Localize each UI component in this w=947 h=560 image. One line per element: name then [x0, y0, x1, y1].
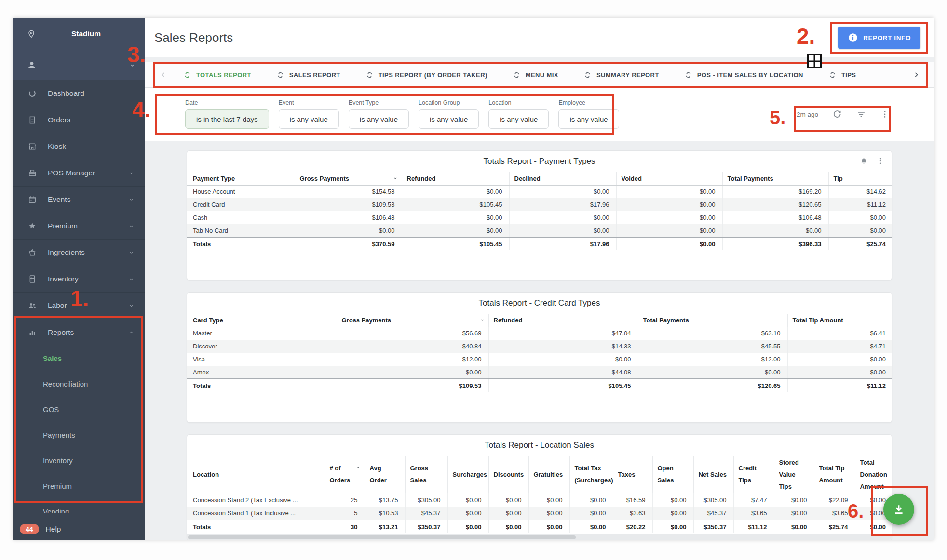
sidebar-item-sales[interactable]: Sales — [13, 346, 145, 371]
filter-funnel-icon[interactable] — [856, 109, 866, 120]
column-header[interactable]: Discounts — [488, 456, 528, 493]
filter-date: Date is in the last 7 days — [185, 99, 269, 141]
column-header[interactable]: Surcharges — [447, 456, 488, 493]
filter-location-value[interactable]: is any value — [488, 109, 549, 129]
column-header[interactable]: Gross Sales — [405, 456, 447, 493]
download-fab-button[interactable] — [883, 494, 914, 525]
sidebar-item-premium[interactable]: Premium — [13, 213, 145, 240]
report-card: Totals Report - Credit Card TypesCard Ty… — [187, 292, 892, 423]
sort-chevron-icon — [355, 464, 362, 471]
column-header[interactable]: Gratuities — [528, 456, 569, 493]
sidebar-item-dashboard[interactable]: Dashboard — [13, 80, 145, 107]
tabs-scroll-left-icon[interactable] — [159, 70, 168, 79]
column-header[interactable]: Total Tax (Surcharges) — [569, 456, 613, 493]
chevron-down-icon — [129, 62, 136, 69]
column-header[interactable]: Voided — [616, 172, 722, 185]
kebab-menu-icon[interactable] — [876, 157, 885, 165]
column-header[interactable]: Credit Tips — [733, 456, 774, 493]
column-header[interactable]: Taxes — [613, 456, 652, 493]
column-header[interactable]: Refunded — [402, 172, 509, 185]
sidebar-item-pos-manager[interactable]: POS Manager — [13, 160, 145, 187]
help-button[interactable]: 44 Help — [13, 518, 145, 540]
table-cell: $350.37 — [693, 520, 733, 533]
column-header[interactable]: Tip — [828, 172, 892, 185]
filter-employee-value[interactable]: is any value — [558, 109, 619, 129]
sidebar-nav: Dashboard Orders Kiosk POS Manager Event… — [13, 80, 145, 518]
table-cell: $13.75 — [365, 493, 405, 507]
column-header[interactable]: Stored Value Tips — [774, 456, 814, 493]
last-refresh-text: 2m ago — [797, 111, 818, 118]
column-header[interactable]: Payment Type — [187, 172, 295, 185]
column-header[interactable]: Gross Payments — [337, 314, 488, 327]
table-cell: $0.00 — [447, 493, 488, 507]
sidebar-item-labor[interactable]: Labor — [13, 293, 145, 319]
tab-sales-report[interactable]: SALES REPORT — [264, 62, 353, 87]
column-header[interactable]: Refunded — [488, 314, 638, 327]
column-header[interactable]: Total Payments — [722, 172, 828, 185]
column-header[interactable]: Card Type — [187, 314, 337, 327]
column-header[interactable]: Total Payments — [638, 314, 787, 327]
sidebar-item-ingredients[interactable]: Ingredients — [13, 240, 145, 266]
report-card: Totals Report - Payment TypesPayment Typ… — [187, 150, 892, 280]
tab-pos-item-sales-by-location[interactable]: POS - ITEM SALES BY LOCATION — [672, 62, 816, 87]
sidebar-item-premium-report[interactable]: Premium — [13, 473, 145, 499]
column-header[interactable]: Gross Payments — [295, 172, 402, 185]
page-title: Sales Reports — [154, 30, 233, 45]
report-table: Location# of OrdersAvg OrderGross SalesS… — [187, 456, 892, 533]
user-menu[interactable] — [13, 50, 145, 80]
sidebar-item-kiosk[interactable]: Kiosk — [13, 133, 145, 160]
sidebar-item-orders[interactable]: Orders — [13, 107, 145, 133]
tab-summary-report[interactable]: SUMMARY REPORT — [571, 62, 672, 87]
sidebar-item-reports[interactable]: Reports — [13, 319, 145, 346]
table-row: Cash$106.48$0.00$0.00$0.00$106.48$0.00 — [187, 211, 892, 224]
tab-menu-mix[interactable]: MENU MIX — [500, 62, 571, 87]
venue-selector[interactable]: Stadium — [13, 18, 145, 50]
tabs-scroll-right-icon[interactable] — [912, 70, 920, 79]
horizontal-scrollbar[interactable] — [187, 534, 892, 540]
tab-label: TIPS — [841, 71, 856, 79]
column-header[interactable]: Avg Order — [365, 456, 405, 493]
kebab-menu-icon[interactable] — [880, 109, 890, 119]
sidebar-item-label: Kiosk — [48, 142, 66, 151]
sidebar-item-label: Ingredients — [48, 248, 85, 257]
filter-event-value[interactable]: is any value — [279, 109, 339, 129]
column-header[interactable]: # of Orders — [325, 456, 365, 493]
reload-icon[interactable] — [832, 109, 842, 120]
table-cell: $0.00 — [488, 353, 638, 366]
report-info-button[interactable]: REPORT INFO — [838, 27, 920, 49]
column-header[interactable]: Open Sales — [652, 456, 693, 493]
location-pin-icon — [27, 29, 36, 39]
help-label: Help — [46, 525, 61, 533]
column-header[interactable]: Declined — [509, 172, 616, 185]
column-header[interactable]: Total Tip Amount — [787, 314, 892, 327]
help-count-badge: 44 — [20, 524, 39, 534]
column-header[interactable]: Total Tip Amount — [814, 456, 855, 493]
table-cell: $0.00 — [616, 185, 722, 198]
filter-date-value[interactable]: is in the last 7 days — [185, 109, 269, 129]
table-cell: $45.37 — [693, 507, 733, 520]
sidebar-item-inventory-report[interactable]: Inventory — [13, 448, 145, 473]
filter-location-group-value[interactable]: is any value — [419, 109, 479, 129]
filter-event-type: Event Type is any value — [349, 99, 409, 141]
info-icon — [848, 32, 858, 43]
sidebar-item-label: Premium — [48, 222, 78, 230]
tab-tips[interactable]: TIPS — [816, 62, 869, 87]
sidebar-item-vending[interactable]: Vending — [13, 499, 145, 513]
sidebar-item-payments[interactable]: Payments — [13, 422, 145, 448]
alert-bell-icon[interactable] — [859, 157, 868, 166]
sidebar-item-gos[interactable]: GOS — [13, 397, 145, 422]
tab-totals-report[interactable]: TOTALS REPORT — [171, 62, 264, 87]
sidebar-item-reconciliation[interactable]: Reconciliation — [13, 371, 145, 397]
sidebar-item-events[interactable]: Events — [13, 187, 145, 213]
column-header[interactable]: Total Donation Amount — [855, 456, 892, 493]
tab-label: SALES REPORT — [289, 71, 340, 79]
column-header[interactable]: Location — [187, 456, 325, 493]
tab-tips-report-by-order-taker[interactable]: TIPS REPORT (BY ORDER TAKER) — [353, 62, 500, 87]
filter-event-type-value[interactable]: is any value — [349, 109, 409, 129]
sidebar-item-inventory[interactable]: Inventory — [13, 266, 145, 293]
table-cell: $0.00 — [488, 493, 528, 507]
column-header[interactable]: Net Sales — [693, 456, 733, 493]
table-cell: Discover — [187, 340, 337, 353]
sidebar-item-label: Reports — [48, 328, 74, 337]
refresh-icon — [583, 71, 592, 79]
